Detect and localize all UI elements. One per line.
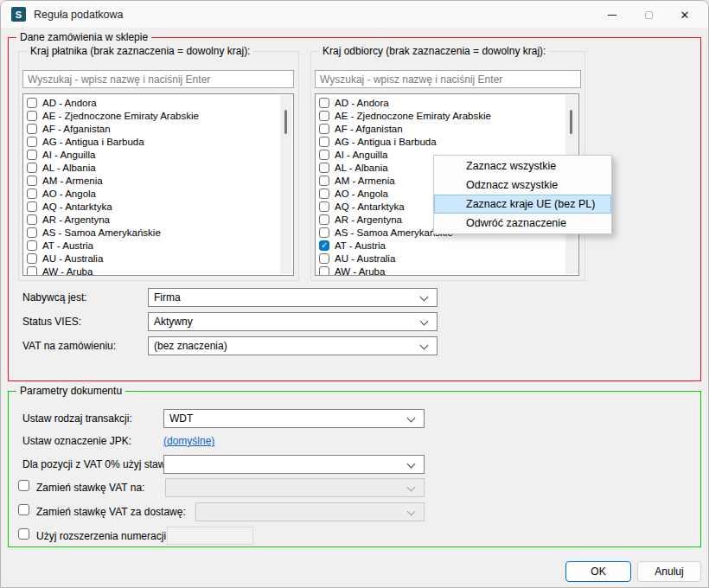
country-list-item[interactable]: AI - Anguilla	[23, 148, 293, 161]
country-checkbox[interactable]	[319, 98, 329, 108]
replace-vat-checkbox[interactable]	[18, 480, 29, 491]
country-label: AW - Aruba	[335, 266, 385, 277]
context-menu-item[interactable]: Zaznacz kraje UE (bez PL)	[434, 195, 611, 214]
context-menu-item[interactable]: Odznacz wszystkie	[434, 176, 611, 195]
transaction-label: Ustaw rodzaj transakcji:	[22, 412, 132, 425]
country-checkbox[interactable]	[319, 137, 329, 147]
country-list-item[interactable]: AG - Antigua i Barbuda	[316, 135, 578, 148]
country-checkbox[interactable]	[27, 111, 37, 121]
order-vat-select[interactable]: (bez znaczenia)	[148, 336, 438, 355]
country-list-item[interactable]: AR - Argentyna	[23, 213, 293, 226]
country-checkbox[interactable]	[319, 240, 329, 251]
transaction-select[interactable]: WDT	[163, 409, 425, 428]
country-label: AF - Afganistan	[42, 124, 111, 134]
country-list-item[interactable]: AG - Antigua i Barbuda	[23, 135, 293, 148]
minimize-button[interactable]	[594, 1, 630, 29]
country-checkbox[interactable]	[319, 227, 329, 238]
country-list-item[interactable]: AT - Austria	[316, 239, 578, 252]
cancel-button[interactable]: Anuluj	[637, 561, 701, 582]
country-checkbox[interactable]	[319, 189, 329, 199]
minimize-icon	[608, 15, 616, 16]
country-checkbox[interactable]	[27, 98, 37, 108]
country-list-item[interactable]: AS - Samoa Amerykańskie	[23, 226, 293, 239]
country-checkbox[interactable]	[319, 201, 329, 212]
country-list-item[interactable]: AD - Andora	[23, 96, 293, 109]
country-checkbox[interactable]	[27, 227, 37, 238]
transaction-value: WDT	[169, 412, 193, 425]
titlebar: S Reguła podatkowa ✕	[1, 1, 708, 29]
payer-list-scrollbar[interactable]	[280, 95, 292, 274]
vat-zero-select[interactable]	[163, 455, 425, 474]
country-list-item[interactable]: AW - Aruba	[23, 265, 293, 276]
numbering-checkbox[interactable]	[18, 528, 29, 540]
country-list-item[interactable]: AU - Australia	[316, 252, 578, 265]
country-checkbox[interactable]	[27, 189, 37, 199]
country-list-item[interactable]: AO - Angola	[23, 187, 293, 200]
country-list-item[interactable]: AU - Australia	[23, 252, 293, 265]
close-icon: ✕	[680, 10, 690, 21]
country-label: AU - Australia	[42, 253, 103, 264]
buyer-select[interactable]: Firma	[148, 288, 438, 307]
country-checkbox[interactable]	[27, 150, 37, 160]
close-button[interactable]: ✕	[667, 1, 703, 29]
country-checkbox[interactable]	[27, 240, 37, 251]
country-label: AO - Angola	[42, 189, 96, 199]
country-checkbox[interactable]	[319, 111, 329, 121]
country-checkbox[interactable]	[319, 124, 329, 134]
country-list-item[interactable]: AE - Zjednoczone Emiraty Arabskie	[23, 109, 293, 122]
maximize-icon	[645, 11, 653, 19]
order-vat-label: VAT na zamówieniu:	[22, 340, 116, 352]
country-list-item[interactable]: AF - Afganistan	[316, 122, 578, 135]
country-list-item[interactable]: AW - Aruba	[316, 265, 578, 276]
country-label: AM - Armenia	[42, 176, 103, 186]
country-checkbox[interactable]	[319, 163, 329, 173]
country-list-item[interactable]: AF - Afganistan	[23, 122, 293, 135]
country-list-item[interactable]: AT - Austria	[23, 239, 293, 252]
country-checkbox[interactable]	[27, 214, 37, 225]
vies-select[interactable]: Aktywny	[148, 312, 438, 331]
recipient-search-input[interactable]	[315, 70, 581, 88]
maximize-button	[630, 1, 667, 29]
group-recipient-title: Kraj odbiorcy (brak zaznaczenia = dowoln…	[319, 45, 549, 57]
chevron-down-icon	[407, 460, 416, 469]
scrollbar-thumb[interactable]	[570, 110, 572, 134]
replace-vat-delivery-checkbox[interactable]	[18, 504, 29, 515]
context-menu-item[interactable]: Zaznacz wszystkie	[434, 157, 611, 176]
country-label: AR - Argentyna	[42, 214, 110, 225]
country-checkbox[interactable]	[27, 201, 37, 212]
numbering-input	[167, 527, 253, 545]
country-label: AE - Zjednoczone Emiraty Arabskie	[335, 111, 491, 121]
country-checkbox[interactable]	[27, 266, 37, 277]
country-label: AI - Anguilla	[42, 150, 95, 160]
country-list-item[interactable]: AE - Zjednoczone Emiraty Arabskie	[316, 109, 578, 122]
context-menu-item[interactable]: Odwróć zaznaczenie	[434, 214, 611, 233]
country-checkbox[interactable]	[27, 163, 37, 173]
buyer-value: Firma	[154, 291, 181, 304]
chevron-down-icon	[407, 483, 416, 492]
country-checkbox[interactable]	[319, 253, 329, 264]
country-checkbox[interactable]	[27, 124, 37, 134]
vies-label: Status VIES:	[22, 316, 81, 328]
country-list-item[interactable]: AM - Armenia	[23, 174, 293, 187]
country-list-item[interactable]: AD - Andora	[316, 96, 578, 109]
payer-country-list[interactable]: AD - Andora AE - Zjednoczone Emiraty Ara…	[22, 93, 294, 276]
country-label: AS - Samoa Amerykańskie	[42, 227, 161, 238]
country-checkbox[interactable]	[27, 176, 37, 186]
chevron-down-icon	[407, 508, 416, 516]
chevron-down-icon	[420, 342, 429, 350]
country-checkbox[interactable]	[27, 253, 37, 264]
vat-zero-label: Dla pozycji z VAT 0% użyj stawki:	[22, 458, 176, 470]
country-checkbox[interactable]	[319, 176, 329, 186]
country-checkbox[interactable]	[319, 150, 329, 160]
payer-search-input[interactable]	[22, 70, 294, 88]
replace-vat-delivery-select	[195, 502, 425, 521]
country-list-item[interactable]: AQ - Antarktyka	[23, 200, 293, 213]
scrollbar-thumb[interactable]	[284, 110, 287, 134]
country-checkbox[interactable]	[319, 214, 329, 225]
jpk-default-link[interactable]: (domyślne)	[163, 435, 214, 447]
country-list-item[interactable]: AL - Albania	[23, 161, 293, 174]
country-checkbox[interactable]	[319, 266, 329, 277]
ok-button[interactable]: OK	[565, 561, 631, 582]
dialog-regula-podatkowa: S Reguła podatkowa ✕ Dane zamówienia w s…	[0, 0, 709, 588]
country-checkbox[interactable]	[27, 137, 37, 147]
